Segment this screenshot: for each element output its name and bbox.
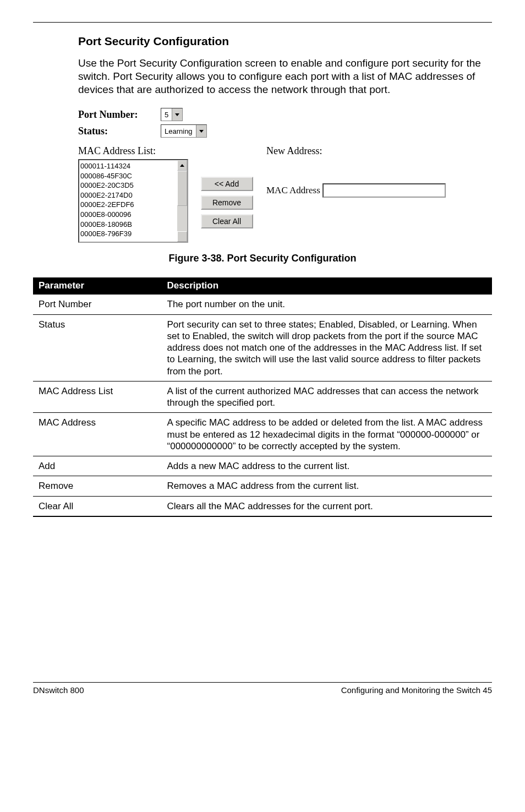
param-name: Clear All <box>33 496 162 516</box>
list-item[interactable]: 0000E8-796F39 <box>80 229 176 239</box>
port-number-value: 5 <box>161 108 172 121</box>
figure-caption: Figure 3-38. Port Security Configuration <box>33 253 492 264</box>
scroll-up-button[interactable] <box>177 160 187 171</box>
table-row: AddAdds a new MAC address to the current… <box>33 456 492 476</box>
footer-left: DNswitch 800 <box>33 685 84 695</box>
status-value: Learning <box>161 125 196 137</box>
list-item[interactable]: 0000E8-18096B <box>80 220 176 230</box>
table-row: Port NumberThe port number on the unit. <box>33 295 492 314</box>
param-name: Add <box>33 456 162 476</box>
mac-address-list-label: MAC Address List: <box>78 145 188 157</box>
arrow-up-icon <box>180 164 184 167</box>
param-description: The port number on the unit. <box>162 295 492 314</box>
list-item[interactable]: 000011-114324 <box>80 161 176 171</box>
chevron-down-icon <box>199 130 204 133</box>
chevron-down-icon <box>175 113 179 116</box>
table-row: StatusPort security can set to three sta… <box>33 314 492 381</box>
param-description: Clears all the MAC addresses for the cur… <box>162 496 492 516</box>
param-description: Adds a new MAC address to the current li… <box>162 456 492 476</box>
scroll-track[interactable] <box>177 171 187 231</box>
listbox-scrollbar[interactable] <box>177 160 187 242</box>
add-button[interactable]: << Add <box>201 177 253 191</box>
status-label: Status: <box>78 126 161 137</box>
table-header-description: Description <box>162 277 492 295</box>
mac-address-input[interactable] <box>322 183 446 198</box>
list-item[interactable]: 000086-45F30C <box>80 171 176 181</box>
param-name: MAC Address List <box>33 381 162 413</box>
scroll-down-button[interactable] <box>177 231 187 242</box>
scroll-thumb[interactable] <box>177 171 187 206</box>
clear-all-button[interactable]: Clear All <box>201 214 253 228</box>
new-address-label: New Address: <box>266 145 492 157</box>
param-description: A specific MAC address to be added or de… <box>162 413 492 456</box>
port-number-dropdown-button[interactable] <box>172 108 182 121</box>
screenshot-port-security: Port Number: 5 Status: Learning <box>78 108 492 243</box>
table-row: MAC AddressA specific MAC address to be … <box>33 413 492 456</box>
status-select[interactable]: Learning <box>161 124 207 138</box>
mac-address-listbox[interactable]: 000011-114324000086-45F30C0000E2-20C3D50… <box>78 159 188 243</box>
list-item[interactable]: 0000E2-2174D0 <box>80 190 176 200</box>
list-item[interactable]: 0000E8-000096 <box>80 210 176 220</box>
parameter-table: Parameter Description Port NumberThe por… <box>33 277 492 517</box>
param-description: A list of the current authorized MAC add… <box>162 381 492 413</box>
top-rule <box>33 22 492 23</box>
footer-right: Configuring and Monitoring the Switch 45 <box>341 685 492 695</box>
status-dropdown-button[interactable] <box>196 125 206 137</box>
param-name: MAC Address <box>33 413 162 456</box>
port-number-label: Port Number: <box>78 109 161 121</box>
table-row: RemoveRemoves a MAC address from the cur… <box>33 476 492 496</box>
list-item[interactable]: 0000E2-20C3D5 <box>80 181 176 190</box>
list-item[interactable]: 0000E2-2EFDF6 <box>80 200 176 210</box>
param-description: Port security can set to three states; E… <box>162 314 492 381</box>
mac-address-input-label: MAC Address <box>266 185 320 196</box>
remove-button[interactable]: Remove <box>201 195 253 210</box>
table-row: MAC Address ListA list of the current au… <box>33 381 492 413</box>
param-name: Status <box>33 314 162 381</box>
table-header-parameter: Parameter <box>33 277 162 295</box>
param-name: Remove <box>33 476 162 496</box>
port-number-select[interactable]: 5 <box>161 108 183 121</box>
param-name: Port Number <box>33 295 162 314</box>
table-row: Clear AllClears all the MAC addresses fo… <box>33 496 492 516</box>
intro-paragraph: Use the Port Security Configuration scre… <box>78 57 492 96</box>
param-description: Removes a MAC address from the current l… <box>162 476 492 496</box>
page-title: Port Security Configuration <box>78 35 492 48</box>
